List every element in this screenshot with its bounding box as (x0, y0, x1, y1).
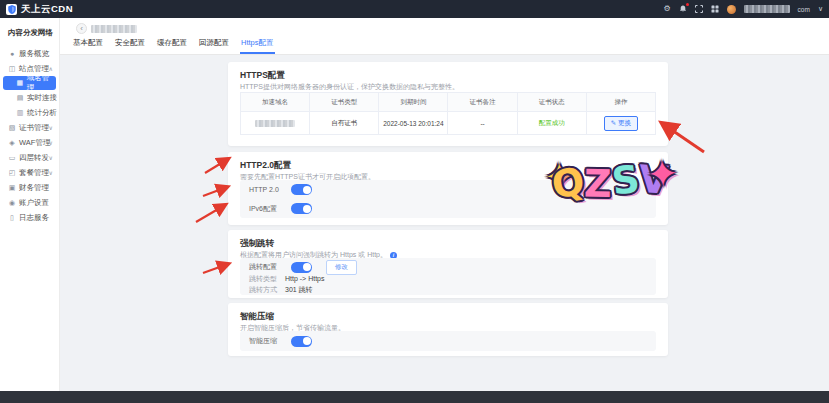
tab-security-config[interactable]: 安全配置 (114, 35, 146, 54)
chevron-down-icon: ∨ (49, 169, 53, 176)
top-bar: 天上云CDN ⚙ com ∨ (0, 0, 829, 18)
sidebar-title: 内容分发网络 (0, 18, 59, 46)
ipv6-toggle[interactable] (291, 203, 312, 214)
shield-icon (8, 5, 16, 14)
http2-toggle[interactable] (291, 184, 312, 195)
notification-badge-dot (686, 3, 689, 6)
smart-compress-card: 智能压缩 开启智能压缩后，节省传输流量。 智能压缩 (228, 303, 668, 356)
cert-remark-cell: -- (448, 112, 517, 135)
stats-icon: ▥ (16, 109, 24, 117)
document-icon: ▯ (8, 214, 16, 222)
edit-icon: ✎ (611, 119, 616, 127)
certificate-icon: ▧ (8, 124, 16, 132)
app-root: 天上云CDN ⚙ com ∨ (0, 0, 829, 403)
col-cert-remark: 证书备注 (448, 93, 517, 112)
field-label: 跳转方式 (249, 285, 285, 295)
sidebar-item-log-service[interactable]: ▯ 日志服务 (0, 210, 59, 225)
cert-type-cell: 自有证书 (310, 112, 379, 135)
modify-button[interactable]: 修改 (326, 260, 357, 275)
compress-settings-box: 智能压缩 (240, 331, 656, 351)
compress-toggle[interactable] (291, 336, 312, 347)
username-suffix: com (798, 6, 810, 13)
brand-name: 天上云CDN (21, 3, 73, 16)
sidebar-item-account-settings[interactable]: ◉ 账户设置 (0, 195, 59, 210)
setting-label: 智能压缩 (249, 336, 285, 346)
setting-label: IPv6配置 (249, 204, 285, 214)
user-menu-chevron-icon[interactable]: ∨ (818, 5, 823, 13)
chevron-up-icon: ∧ (49, 65, 53, 72)
field-label: 跳转类型 (249, 274, 285, 284)
back-button[interactable]: ‹ (76, 23, 87, 34)
tab-basic-config[interactable]: 基本配置 (72, 35, 104, 54)
tab-origin-config[interactable]: 回源配置 (198, 35, 230, 54)
sidebar-item-finance[interactable]: ▣ 财务管理 (0, 180, 59, 195)
replace-cert-button[interactable]: ✎ 更换 (604, 116, 638, 131)
setting-label: 跳转配置 (249, 262, 285, 272)
card-title: 智能压缩 (240, 311, 274, 323)
col-expire-time: 到期时间 (379, 93, 448, 112)
list-icon: ▤ (16, 94, 24, 102)
sidebar-item-cert-management[interactable]: ▧ 证书管理 ∨ (0, 120, 59, 135)
card-title: HTTP2.0配置 (240, 160, 291, 172)
col-domain: 加速域名 (241, 93, 310, 112)
chevron-down-icon: ∨ (49, 124, 53, 131)
sidebar-item-statistics[interactable]: ▥ 统计分析 (0, 105, 59, 120)
fullscreen-icon[interactable] (695, 5, 703, 13)
redacted-domain (91, 25, 137, 33)
notifications-bell-icon[interactable] (679, 5, 687, 13)
redirect-mode-row: 跳转方式 301 跳转 (240, 284, 656, 295)
sidebar-item-package-management[interactable]: ◰ 套餐管理 ∨ (0, 165, 59, 180)
card-title: HTTPS配置 (240, 70, 285, 82)
field-value: Http -> Https (285, 275, 324, 282)
force-redirect-card: 强制跳转 根据配置将用户访问强制跳转为 Https 或 Http。 i 跳转配置… (228, 230, 668, 298)
col-cert-type: 证书类型 (310, 93, 379, 112)
user-avatar[interactable] (727, 5, 736, 14)
card-title: 强制跳转 (240, 238, 274, 250)
box-icon: ◰ (8, 169, 16, 177)
sparkle-icon: ✦ (646, 154, 680, 194)
graffiti-watermark: ✦ Q Z S V ✦ (551, 159, 670, 203)
chevron-down-icon: ∨ (49, 154, 53, 161)
table-header-row: 加速域名 证书类型 到期时间 证书备注 证书状态 操作 (241, 93, 656, 112)
sidebar-item-domain-management[interactable]: ▦ 域名管理 (3, 76, 56, 90)
table-row: 自有证书 2022-05-13 20:01:24 -- 配置成功 ✎ 更换 (241, 112, 656, 135)
page-header-band: ‹ 基本配置 安全配置 缓存配置 回源配置 Https配置 (60, 18, 829, 55)
tab-cache-config[interactable]: 缓存配置 (156, 35, 188, 54)
redirect-toggle-row: 跳转配置 修改 (240, 258, 656, 273)
config-tabs: 基本配置 安全配置 缓存配置 回源配置 Https配置 (72, 35, 275, 54)
sidebar-item-waf[interactable]: ◈ WAF管理 ∨ (0, 135, 59, 150)
shield-icon: ◈ (8, 139, 16, 147)
user-icon: ◉ (8, 199, 16, 207)
grid-icon: ▦ (16, 79, 24, 87)
redacted-username (744, 5, 790, 13)
sidebar: 内容分发网络 ● 服务概览 ◫ 站点管理 ∧ ▦ 域名管理 ▤ 实时连接 ▥ 统… (0, 18, 60, 391)
status-badge: 配置成功 (539, 119, 565, 126)
settings-gear-icon[interactable]: ⚙ (663, 5, 670, 13)
sidebar-item-service-overview[interactable]: ● 服务概览 (0, 46, 59, 61)
apps-grid-icon[interactable] (711, 5, 719, 13)
expire-time-cell: 2022-05-13 20:01:24 (379, 112, 448, 135)
redacted-domain (255, 120, 295, 127)
redirect-toggle[interactable] (291, 262, 312, 273)
site-icon: ◫ (8, 65, 16, 73)
col-cert-status: 证书状态 (517, 93, 586, 112)
topbar-actions: ⚙ com ∨ (663, 0, 823, 18)
tab-https-config[interactable]: Https配置 (240, 35, 275, 54)
sidebar-item-realtime[interactable]: ▤ 实时连接 (0, 90, 59, 105)
card-description: HTTPS提供对网络服务器的身份认证，保护交换数据的隐私与完整性。 (240, 82, 459, 92)
setting-label: HTTP 2.0 (249, 186, 285, 193)
main-content: HTTPS配置 HTTPS提供对网络服务器的身份认证，保护交换数据的隐私与完整性… (60, 55, 829, 391)
sidebar-item-layer4-forward[interactable]: ▭ 四层转发 ∨ (0, 150, 59, 165)
certificate-table: 加速域名 证书类型 到期时间 证书备注 证书状态 操作 自有证书 2022-05… (240, 92, 656, 135)
monitor-icon: ▭ (8, 154, 16, 162)
redirect-settings-box: 跳转配置 修改 跳转类型 Http -> Https 跳转方式 301 跳转 (240, 258, 656, 295)
brand-logo (6, 4, 17, 15)
redirect-type-row: 跳转类型 Http -> Https (240, 273, 656, 284)
col-action: 操作 (586, 93, 655, 112)
compress-toggle-row: 智能压缩 (240, 331, 656, 351)
dot-icon: ● (8, 50, 16, 57)
ledger-icon: ▣ (8, 184, 16, 192)
https-config-card: HTTPS配置 HTTPS提供对网络服务器的身份认证，保护交换数据的隐私与完整性… (228, 62, 668, 146)
chevron-down-icon: ∨ (49, 139, 53, 146)
field-value: 301 跳转 (285, 285, 313, 295)
